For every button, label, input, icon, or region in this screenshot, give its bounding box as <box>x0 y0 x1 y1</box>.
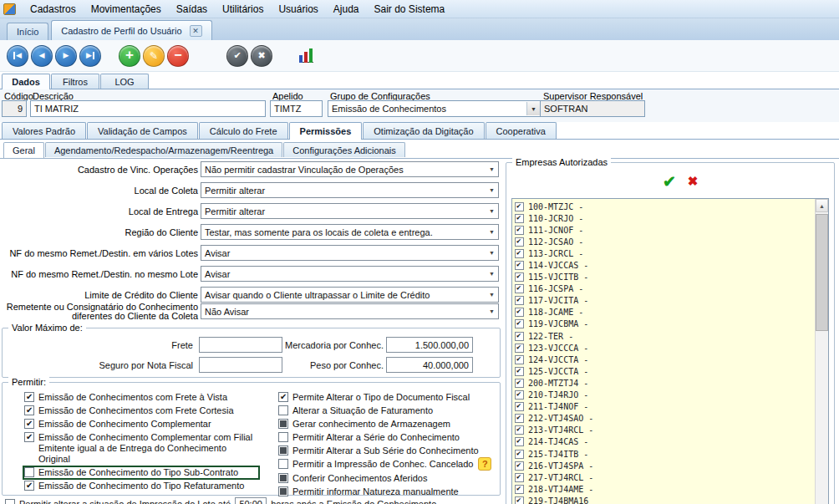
permission-checkbox[interactable]: Permitir Alterar a Sub Série do Conhecim… <box>278 445 502 456</box>
close-tab-icon[interactable] <box>190 25 202 37</box>
add-record-button[interactable]: + <box>119 45 140 67</box>
frete-field[interactable] <box>199 337 282 353</box>
menu-item[interactable]: Cadastros <box>23 1 84 18</box>
permission-checkbox[interactable]: Emissão de Conhecimento do Tipo Sub-Cont… <box>24 467 258 478</box>
permission-checkbox[interactable]: Emissão de Conhecimento do Tipo Refatura… <box>24 481 258 491</box>
empresa-list-item[interactable]: 216-VTJ4SPA - <box>515 460 813 471</box>
form-row-select[interactable]: Avisar quando o Cliente ultrapassar o Li… <box>201 287 499 303</box>
uncheck-all-button[interactable]: ✖ <box>682 171 704 191</box>
tab-cadastro-perfil[interactable]: Cadastro de Perfil do Usuário <box>51 20 211 40</box>
check-all-button[interactable]: ✔ <box>658 171 680 191</box>
menu-item[interactable]: Utilitários <box>215 1 271 18</box>
form-row-select[interactable]: Avisar <box>201 245 499 261</box>
form-row-select[interactable]: Permitir alterar <box>201 182 499 198</box>
permission-checkbox[interactable]: Conferir Conhecimentos Aferidos <box>278 473 502 484</box>
permission-checkbox[interactable]: Gerar conhecimento de Armazenagem <box>278 419 502 430</box>
cancel-button[interactable]: ✖ <box>251 45 272 67</box>
form-row-select[interactable]: Não permitir cadastrar Vinculação de Ope… <box>201 161 499 177</box>
permission-checkbox[interactable]: Permitir Alterar a Série do Conhecimento <box>278 432 502 443</box>
empresa-list-item[interactable]: 100-MTZJC - <box>515 201 813 212</box>
empresa-list-item[interactable]: 215-TJ4ITB - <box>515 448 813 460</box>
empresa-list-item[interactable]: 217-VTJ4RCL - <box>515 471 813 483</box>
chart-button[interactable] <box>295 45 317 67</box>
sub-tab[interactable]: Geral <box>3 142 44 158</box>
empresa-list-item[interactable]: 119-VJCBMA - <box>515 318 813 330</box>
edit-record-button[interactable]: ✎ <box>143 45 165 67</box>
empresa-list-item[interactable]: 212-VTJ4SAO - <box>515 413 813 425</box>
descricao-field[interactable]: TI MATRIZ <box>30 100 266 117</box>
permission-checkbox[interactable]: Emissão de Conhecimento Complementar <box>24 419 258 430</box>
tab-inicio[interactable]: Início <box>7 23 48 40</box>
empresa-list-item[interactable]: 219-TJ4BMA16 <box>515 495 813 504</box>
scrollbar-thumb[interactable] <box>816 214 828 331</box>
permission-checkbox[interactable]: Emissão de Conhecimentos com Frete à Vis… <box>24 392 258 403</box>
empresa-list-item[interactable]: 210-TJ4RJO - <box>515 389 813 401</box>
form-row-select[interactable]: Avisar <box>201 266 499 282</box>
section-tab[interactable]: Cálculo do Frete <box>199 122 288 139</box>
empresa-list-item[interactable]: 122-TER - <box>515 330 813 342</box>
main-tab[interactable]: Filtros <box>51 74 99 89</box>
empresa-list-item[interactable]: 118-JCAME - <box>515 307 813 318</box>
next-record-button[interactable]: ▶ <box>55 45 77 67</box>
form-row-select[interactable]: Testar, mas somente para os locais de co… <box>201 224 499 240</box>
menu-item[interactable]: Usuários <box>271 1 325 18</box>
permission-checkbox[interactable]: Permite Alterar o Tipo de Documento Fisc… <box>278 392 502 403</box>
permission-checkbox[interactable]: Emissão de Conhecimento Complementar com… <box>24 432 258 465</box>
form-row-select[interactable]: Permitir alterar <box>201 203 499 219</box>
empresa-list-item[interactable]: 213-VTJ4RCL - <box>515 425 813 436</box>
section-tab[interactable]: Permissões <box>289 122 363 140</box>
empresa-list-item[interactable]: 125-VJCCTA - <box>515 365 813 377</box>
section-tab[interactable]: Validação de Campos <box>87 122 198 139</box>
apelido-field[interactable]: TIMTZ <box>270 100 323 117</box>
last-record-button[interactable]: ▶ <box>79 45 101 67</box>
section-tab[interactable]: Otimização da Digitação <box>363 122 484 139</box>
empresa-list-item[interactable]: 115-VJCITB - <box>515 272 813 283</box>
confirm-button[interactable]: ✔ <box>226 45 248 67</box>
empresa-list-item[interactable]: 218-VTJ4AME - <box>515 483 813 495</box>
delete-record-button[interactable]: − <box>167 45 189 67</box>
menu-item[interactable]: Sair do Sistema <box>367 1 453 18</box>
sub-tab[interactable]: Configurações Adicionais <box>283 142 405 157</box>
section-tab[interactable]: Valores Padrão <box>2 122 86 139</box>
form-row-select[interactable]: Não Avisar <box>201 303 499 319</box>
menu-item[interactable]: Movimentações <box>84 1 169 18</box>
scrollbar[interactable] <box>815 199 828 504</box>
sub-tab[interactable]: Agendamento/Redespacho/Armazenagem/Reent… <box>45 142 282 157</box>
lote-impressao-label: Permitir alterar a situação de Impressão… <box>19 499 231 504</box>
permission-checkbox[interactable]: Emissão de Conhecimentos com Frete Corte… <box>24 405 258 416</box>
empresa-list-item[interactable]: 114-VJCCAS - <box>515 259 813 271</box>
section-tab[interactable]: Cooperativa <box>486 122 557 139</box>
permission-checkbox[interactable]: Permitir a Impressão de Conhec. Cancelad… <box>278 459 502 471</box>
empresa-list-item[interactable]: 113-JCRCL - <box>515 247 813 259</box>
empresa-list-item[interactable]: 211-TJ4NOF - <box>515 401 813 413</box>
empresa-list-item[interactable]: 124-VJCCTA - <box>515 354 813 365</box>
permission-checkbox[interactable]: Permitir informar Natureza manualmente <box>278 486 502 497</box>
chevron-down-icon[interactable] <box>526 102 540 115</box>
menu-item[interactable]: Saídas <box>169 1 215 18</box>
empresa-list-item[interactable]: 214-TJ4CAS - <box>515 436 813 448</box>
checkbox-icon[interactable] <box>5 499 15 504</box>
first-record-button[interactable]: ◀ <box>7 45 28 67</box>
help-icon[interactable] <box>478 457 491 471</box>
seguro-field[interactable] <box>199 357 282 373</box>
previous-record-button[interactable]: ◀ <box>31 45 53 67</box>
empresa-list-item[interactable]: 200-MTZTJ4 - <box>515 377 813 389</box>
empresas-list[interactable]: 100-MTZJC - 110-JCRJO - 111-JCNOF - <box>511 198 829 504</box>
main-tab[interactable]: LOG <box>100 74 149 89</box>
empresa-list-item[interactable]: 110-JCRJO - <box>515 212 813 224</box>
supervisor-field[interactable]: SOFTRAN <box>540 100 645 117</box>
codigo-field[interactable]: 9 <box>2 100 27 117</box>
grupo-configuracoes-select[interactable]: Emissão de Conhecimentos <box>328 100 542 117</box>
main-tab[interactable]: Dados <box>2 74 50 89</box>
scroll-up-icon[interactable] <box>816 199 828 212</box>
empresa-list-item[interactable]: 116-JCSPA - <box>515 283 813 295</box>
hours-field[interactable]: 50:00 <box>235 497 267 504</box>
menu-item[interactable]: Ajuda <box>326 1 367 18</box>
empresa-list-item[interactable]: 123-VJCCCA - <box>515 342 813 354</box>
empresa-list-item[interactable]: 112-JCSAO - <box>515 236 813 247</box>
empresa-list-item[interactable]: 111-JCNOF - <box>515 224 813 236</box>
mercadoria-field[interactable]: 1.500.000,00 <box>386 337 473 353</box>
empresa-list-item[interactable]: 117-VJCITA - <box>515 295 813 307</box>
peso-field[interactable]: 40.000,000 <box>386 357 473 373</box>
permission-checkbox[interactable]: Alterar a Situação de Faturamento <box>278 405 502 416</box>
